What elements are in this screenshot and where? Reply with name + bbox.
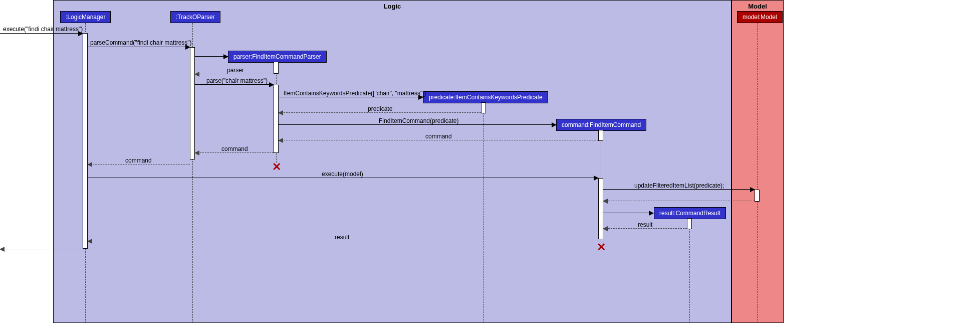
arrow-return-result-2: [88, 241, 598, 241]
commandresult-participant: result:CommandResult: [654, 207, 726, 219]
arrow-return-model: [603, 201, 755, 201]
finditemcommandparser-activation-1: [274, 62, 279, 74]
logicmanager-activation: [83, 33, 88, 249]
arrow-final-return: [0, 249, 83, 249]
trackoparser-activation: [190, 47, 195, 159]
model-participant: model:Model: [737, 11, 783, 23]
commandresult-activation: [687, 218, 692, 229]
arrow-return-predicate: [279, 112, 481, 113]
arrow-return-command-3: [88, 164, 190, 165]
model-participant-box: Model: [731, 0, 784, 323]
arrow-parse: [195, 84, 274, 85]
msg-parsecommand: parseCommand("findi chair mattress"): [90, 39, 192, 46]
destroy-icon: ✕: [272, 162, 281, 173]
predicate-participant: predicate:ItemContainsKeywordsPredicate: [423, 91, 548, 103]
destroy-icon: ✕: [597, 242, 606, 253]
arrow-parsecommand: [88, 47, 190, 47]
finditemcommand-participant: command:FindItemCommand: [556, 119, 646, 131]
msg-execute-model: execute(model): [322, 171, 363, 178]
arrow-command-new: [279, 124, 556, 125]
msg-return-predicate: predicate: [368, 105, 392, 112]
arrow-return-parser: [195, 74, 274, 74]
arrow-execute: [0, 33, 83, 34]
msg-return-command-1: command: [425, 133, 452, 140]
msg-command-new: FindItemCommand(predicate): [379, 117, 458, 124]
arrow-create-parser: [195, 56, 228, 57]
msg-return-result-1: result: [638, 221, 652, 228]
arrow-execute-model: [88, 178, 598, 178]
arrow-predicate-new: [279, 97, 423, 97]
msg-return-command-3: command: [125, 157, 152, 164]
arrow-create-result: [603, 213, 653, 213]
arrow-return-command-1: [279, 140, 598, 140]
commandresult-lifeline: [689, 219, 690, 323]
finditemcommandparser-participant: parser:FindItemCommandParser: [228, 51, 327, 63]
arrow-return-command-2: [195, 152, 274, 153]
arrow-update-filtered: [603, 189, 755, 190]
model-lifeline: [757, 23, 758, 323]
arrow-return-result-1: [603, 228, 687, 229]
predicate-activation: [481, 102, 486, 113]
predicate-lifeline: [483, 103, 484, 323]
logicmanager-participant: :LogicManager: [60, 11, 111, 23]
finditemcommand-activation-1: [598, 130, 603, 141]
msg-return-command-2: command: [221, 145, 248, 152]
msg-return-parser: parser: [227, 67, 244, 74]
model-title: Model: [732, 1, 783, 12]
msg-execute: execute("findi chair mattress"): [3, 26, 83, 33]
msg-parse: parse("chair mattress"): [206, 77, 268, 84]
model-activation: [755, 190, 760, 202]
trackoparser-participant: :TrackOParser: [170, 11, 220, 23]
msg-predicate-new: ItemContainsKeywordsPredicate(["chair", …: [284, 90, 426, 97]
msg-return-result-2: result: [335, 234, 349, 241]
msg-update-filtered: updateFilteredItemList(predicate);: [634, 182, 724, 189]
logic-title: Logic: [54, 1, 731, 12]
logic-participant-box: Logic: [53, 0, 731, 323]
